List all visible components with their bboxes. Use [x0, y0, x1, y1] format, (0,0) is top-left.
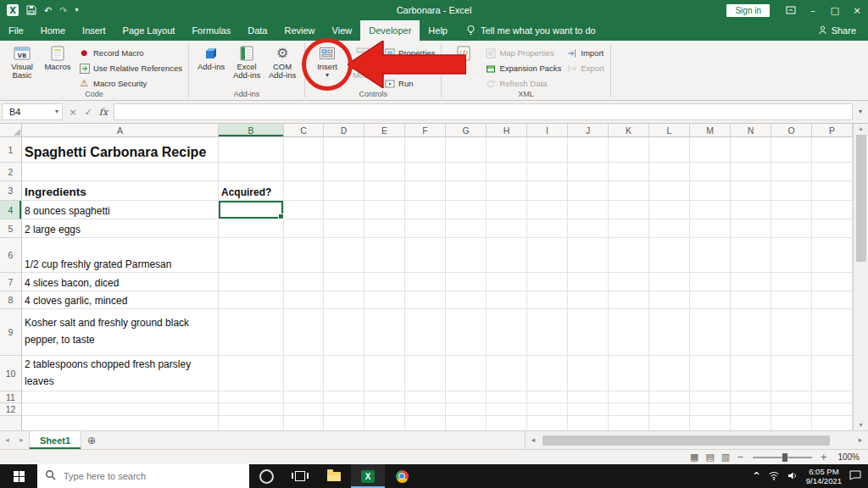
cell-H7[interactable] — [487, 273, 527, 291]
cortana-button[interactable] — [249, 464, 283, 488]
row-header-10[interactable]: 10 — [0, 356, 22, 391]
cell-J12[interactable] — [568, 403, 609, 416]
cell-J6[interactable] — [568, 238, 609, 273]
cell-I7[interactable] — [527, 273, 568, 291]
cell-N2[interactable] — [731, 163, 771, 181]
ribbon-tab-view[interactable]: View — [324, 20, 361, 41]
cell-D9[interactable] — [324, 309, 364, 356]
cell-E4[interactable] — [364, 201, 405, 219]
cell-A11[interactable] — [22, 391, 219, 403]
cell-P12[interactable] — [812, 403, 853, 416]
cell-G6[interactable] — [446, 238, 487, 273]
cell-L1[interactable] — [649, 137, 690, 163]
column-header-B[interactable]: B — [219, 124, 284, 137]
cell-D5[interactable] — [324, 219, 364, 238]
cell-M7[interactable] — [690, 273, 731, 291]
cell-G3[interactable] — [446, 181, 487, 201]
cell-O11[interactable] — [771, 391, 812, 403]
cell-G10[interactable] — [446, 356, 487, 391]
cell-K1[interactable] — [609, 137, 649, 163]
record-macro-button[interactable]: ● Record Macro — [79, 47, 182, 58]
zoom-slider[interactable] — [753, 457, 812, 458]
column-header-K[interactable]: K — [609, 124, 649, 137]
cell-F10[interactable] — [405, 356, 446, 391]
cell-B11[interactable] — [219, 391, 284, 403]
cell-H1[interactable] — [487, 137, 527, 163]
cell-M8[interactable] — [690, 291, 731, 309]
zoom-in-button[interactable]: + — [821, 453, 827, 462]
cell-J9[interactable] — [568, 309, 609, 356]
cell-H10[interactable] — [487, 356, 527, 391]
cell-A4[interactable]: 8 ounces spaghetti — [22, 201, 219, 219]
cell-K2[interactable] — [609, 163, 649, 181]
cell-H8[interactable] — [487, 291, 527, 309]
cell-H2[interactable] — [487, 163, 527, 181]
page-layout-view-button[interactable]: ▤ — [705, 452, 714, 462]
cell-M10[interactable] — [690, 356, 731, 391]
cell-F2[interactable] — [405, 163, 446, 181]
cell-A10[interactable]: 2 tablespoons chopped fresh parsley leav… — [22, 356, 219, 391]
zoom-level[interactable]: 100% — [834, 452, 860, 462]
enter-formula-icon[interactable]: ✓ — [81, 108, 96, 117]
design-mode-button[interactable]: Design Mode — [345, 42, 381, 89]
cell-E1[interactable] — [364, 137, 405, 163]
cell-O3[interactable] — [771, 181, 812, 201]
cell-F8[interactable] — [405, 291, 446, 309]
column-header-A[interactable]: A — [22, 124, 219, 137]
cell-K9[interactable] — [609, 309, 649, 356]
maximize-button[interactable]: □ — [824, 0, 846, 20]
cell-N8[interactable] — [731, 291, 771, 309]
macros-button[interactable]: Macros — [40, 42, 75, 89]
sign-in-button[interactable]: Sign in — [726, 4, 770, 17]
sheet-nav-right-icon[interactable]: ▸ — [14, 431, 29, 449]
row-header-4[interactable]: 4 — [0, 201, 22, 219]
cell-P5[interactable] — [812, 219, 853, 238]
cell-E8[interactable] — [364, 291, 405, 309]
cell-B1[interactable] — [219, 137, 284, 163]
cell-O10[interactable] — [771, 356, 812, 391]
cell-I1[interactable] — [527, 137, 568, 163]
run-dialog-button[interactable]: Run — [384, 78, 435, 89]
cell-J5[interactable] — [568, 219, 609, 238]
cell-E6[interactable] — [364, 238, 405, 273]
cell-N6[interactable] — [731, 238, 771, 273]
formula-bar-expand-icon[interactable]: ▾ — [853, 108, 868, 115]
cell-N4[interactable] — [731, 201, 771, 219]
cell-D8[interactable] — [324, 291, 364, 309]
cell-O7[interactable] — [771, 273, 812, 291]
cell-P9[interactable] — [812, 309, 853, 356]
properties-button[interactable]: Properties — [384, 47, 435, 58]
vertical-scroll-thumb[interactable] — [856, 135, 866, 262]
cell-B7[interactable] — [219, 273, 284, 291]
cell-I6[interactable] — [527, 238, 568, 273]
column-header-D[interactable]: D — [324, 124, 364, 137]
row-header-7[interactable]: 7 — [0, 273, 22, 291]
cell-J4[interactable] — [568, 201, 609, 219]
cell-K7[interactable] — [609, 273, 649, 291]
cell-D11[interactable] — [324, 391, 364, 403]
add-sheet-button[interactable]: ⊕ — [81, 431, 102, 449]
cell-N10[interactable] — [731, 356, 771, 391]
cell-L7[interactable] — [649, 273, 690, 291]
vertical-scrollbar[interactable]: ▴ ▾ — [853, 124, 868, 430]
name-box[interactable]: B4 ▾ — [2, 103, 63, 120]
column-header-I[interactable]: I — [527, 124, 568, 137]
scroll-down-icon[interactable]: ▾ — [859, 422, 862, 429]
network-icon[interactable] — [768, 469, 780, 484]
ribbon-tab-review[interactable]: Review — [275, 20, 323, 41]
cell-B6[interactable] — [219, 238, 284, 273]
expansion-packs-button[interactable]: Expansion Packs — [485, 63, 561, 74]
cell-C10[interactable] — [284, 356, 324, 391]
cell-M4[interactable] — [690, 201, 731, 219]
cell-H3[interactable] — [487, 181, 527, 201]
cell-C7[interactable] — [284, 273, 324, 291]
cell-O9[interactable] — [771, 309, 812, 356]
cell-L11[interactable] — [649, 391, 690, 403]
ribbon-tab-data[interactable]: Data — [239, 20, 275, 41]
view-code-button[interactable] — [384, 63, 435, 74]
insert-function-icon[interactable]: fx — [96, 107, 111, 118]
cell-A12[interactable] — [22, 403, 219, 416]
column-header-O[interactable]: O — [771, 124, 812, 137]
cell-E5[interactable] — [364, 219, 405, 238]
cell-G9[interactable] — [446, 309, 487, 356]
